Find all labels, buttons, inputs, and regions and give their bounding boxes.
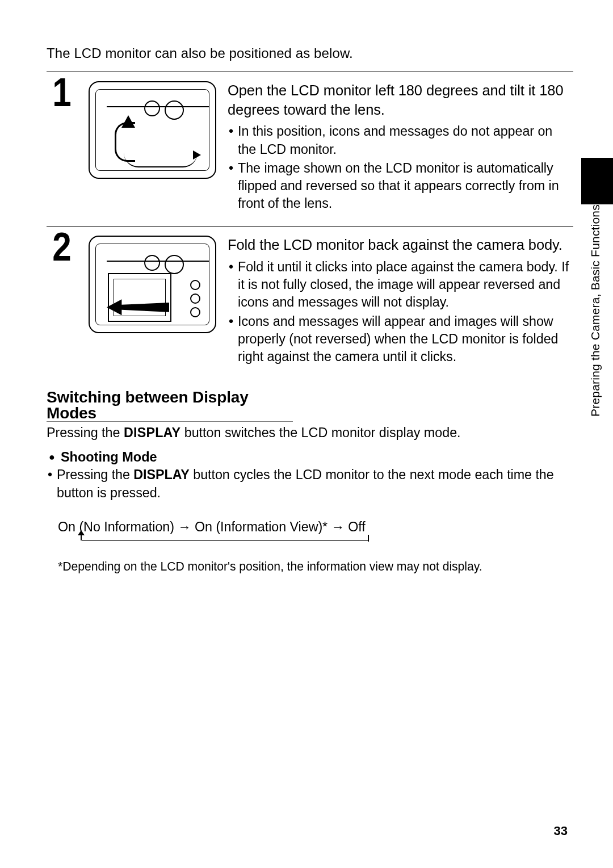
shooting-mode-heading: Shooting Mode	[47, 450, 573, 465]
display-cycle-sequence: On (No Information) → On (Information Vi…	[58, 519, 573, 535]
step-1-title: Open the LCD monitor left 180 degrees an…	[228, 81, 573, 119]
step-2-bullet-2: Icons and messages will appear and image…	[228, 313, 573, 366]
step-1-bullet-1: In this position, icons and messages do …	[228, 123, 573, 158]
display-button-ref: DISPLAY	[124, 425, 180, 440]
side-section-text: Preparing the Camera, Basic Functions	[589, 204, 602, 417]
step-2-title: Fold the LCD monitor back against the ca…	[228, 236, 573, 255]
section-heading: Switching between Display Modes	[47, 389, 293, 422]
manual-page: Preparing the Camera, Basic Functions Th…	[0, 0, 613, 868]
side-tab	[581, 158, 613, 204]
footnote: *Depending on the LCD monitor's position…	[58, 560, 573, 573]
step-2: 2 Fold the LCD monitor back against the …	[47, 227, 573, 377]
side-section-label: Preparing the Camera, Basic Functions	[588, 206, 603, 416]
step-1-bullet-2: The image shown on the LCD monitor is au…	[228, 160, 573, 213]
step-1-illustration	[89, 81, 216, 179]
step-2-text: Fold the LCD monitor back against the ca…	[228, 236, 573, 367]
display-button-ref-2: DISPLAY	[133, 467, 189, 482]
shooting-mode-bullet: Pressing the DISPLAY button cycles the L…	[47, 466, 573, 502]
intro-text: The LCD monitor can also be positioned a…	[47, 45, 573, 61]
shooting-mode-bullets: Pressing the DISPLAY button cycles the L…	[47, 466, 573, 502]
step-1-text: Open the LCD monitor left 180 degrees an…	[228, 81, 573, 213]
step-2-bullet-1: Fold it until it clicks into place again…	[228, 258, 573, 312]
section-body: Pressing the DISPLAY button switches the…	[47, 423, 573, 442]
step-2-number: 2	[49, 232, 75, 262]
section-heading-wrap: Switching between Display Modes	[47, 377, 573, 423]
step-2-bullets: Fold it until it clicks into place again…	[228, 258, 573, 366]
step-1-bullets: In this position, icons and messages do …	[228, 123, 573, 212]
section-body-pre: Pressing the	[47, 425, 124, 440]
section-body-post: button switches the LCD monitor display …	[180, 425, 460, 440]
shooting-bullet-pre: Pressing the	[57, 467, 133, 482]
step-1: 1 Open the LCD monitor left 180 degrees …	[47, 72, 573, 224]
display-cycle: On (No Information) → On (Information Vi…	[58, 519, 573, 546]
cycle-return-arrow	[74, 535, 369, 546]
step-1-number: 1	[49, 78, 75, 108]
page-number: 33	[554, 824, 568, 838]
step-2-illustration	[89, 236, 216, 333]
